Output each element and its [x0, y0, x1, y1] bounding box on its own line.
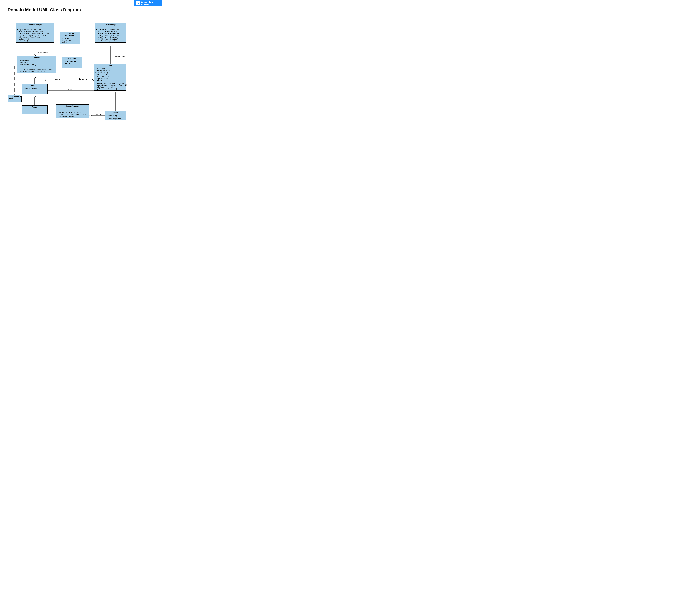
- class-attrs: + name : String + email : String - Passw…: [17, 59, 56, 66]
- class-ops: + getAricles() : Aricle[]: [105, 117, 126, 120]
- class-ops: [62, 65, 82, 68]
- label-author-1: author: [55, 78, 60, 80]
- diagram-canvas: Domain Model UML Class Diagram ⊃ Wonders…: [0, 0, 162, 148]
- class-ops: + loadCurrent (url : String ) : void + e…: [95, 28, 126, 43]
- class-name: Member: [17, 56, 56, 59]
- op: + login (member: Member) : void: [17, 28, 53, 30]
- attr: + text : String: [63, 62, 81, 64]
- op: + getSection() : Section[]: [57, 115, 88, 117]
- page-title: Domain Model UML Class Diagram: [8, 7, 81, 12]
- class-name: Admin: [22, 106, 48, 109]
- attr: + name : String: [106, 115, 125, 117]
- op: + register (member: Member) : void: [17, 30, 53, 33]
- class-attrs: [22, 109, 48, 111]
- attr: + waiting : int: [61, 41, 78, 43]
- class-attrs: + published : int + rejected : int + wai…: [60, 37, 79, 44]
- class-name: MemberManager: [16, 23, 54, 26]
- op: + getComments : Comment []: [96, 88, 125, 90]
- attr: + content : String: [96, 72, 125, 73]
- label-author-2: author: [67, 89, 72, 90]
- op: + makeAdmin (member : Member) : void: [17, 34, 53, 36]
- op: + getMember() : void: [17, 40, 53, 42]
- class-article: Article + title : String + description :…: [94, 64, 126, 90]
- attr: - PasswordHash : String: [18, 64, 55, 66]
- class-name: Article: [94, 64, 126, 67]
- class-attrs: [95, 26, 126, 28]
- class-ops: + login (member: Member) : void + regist…: [16, 28, 54, 43]
- class-ops: + addComment ( comment : Comment) + remo…: [94, 82, 126, 90]
- attr: - ratingCount : int: [96, 77, 125, 79]
- class-redactor: Redactor + signature : String: [22, 84, 48, 94]
- attr: + title : String: [96, 68, 125, 70]
- class-ops: + ChangePassword (old : String, New : St…: [17, 66, 56, 73]
- class-attrs: + signature : String: [22, 87, 48, 90]
- note-text: A registered user: [9, 96, 19, 100]
- op: + approve (article : Article) : void: [96, 34, 125, 36]
- class-attrs: + title : String + description : String …: [94, 67, 126, 82]
- class-section-manager: SectionManager + addSection ( name : Str…: [56, 105, 89, 118]
- op: + getAricles() : Aricle[]: [106, 118, 125, 120]
- class-name: SectionManager: [56, 105, 89, 108]
- op: + removeSection ( name : String ) : void: [57, 113, 88, 115]
- op: + loadCurrent (url : String ) : void: [96, 28, 125, 30]
- class-section: Section + name : String + getAricles() :…: [105, 111, 126, 120]
- conn-note-member: [15, 65, 17, 95]
- op: + sendNewsletter () : void: [96, 40, 125, 42]
- class-ops: [22, 90, 48, 94]
- attr: + email : String: [18, 62, 55, 64]
- class-stereo-name: <<enum>> ArticleState: [60, 32, 79, 37]
- label-current-member: CurrentMember: [37, 52, 48, 54]
- class-ops: + addSection ( name : String ) : void + …: [56, 109, 89, 118]
- brand-text: Wondershare EdrawMax: [141, 1, 153, 5]
- attr: + description : String: [96, 70, 125, 72]
- note-fold-icon: [19, 95, 22, 97]
- op: + remove ( article : Article ) : void: [96, 33, 125, 34]
- attr: + state : ArticleState: [96, 75, 125, 77]
- brand-badge: ⊃ Wondershare EdrawMax: [134, 0, 162, 6]
- class-article-state: <<enum>> ArticleState + published : int …: [60, 32, 80, 44]
- op: + ChangePassword (old : String, New : St…: [18, 68, 55, 70]
- class-attrs: + date : DateTime + text : String: [62, 60, 82, 65]
- op: + rate ( start : inf ) : void: [96, 86, 125, 88]
- op: + verityPassword ( password : String ): [18, 70, 55, 72]
- class-article-manager: ArticleManager + loadCurrent (url : Stri…: [95, 23, 126, 43]
- class-admin: Admin: [22, 106, 48, 114]
- label-sections: Sections: [95, 114, 102, 115]
- class-name: Section: [105, 111, 126, 114]
- op: + addComment ( comment : Comment): [96, 82, 125, 84]
- class-member-manager: MemberManager + login (member: Member) :…: [16, 23, 54, 43]
- attr: + signature : String: [23, 88, 46, 89]
- note-registered-user: A registered user: [8, 95, 22, 102]
- label-comments: Comments: [79, 78, 87, 80]
- op: + addSection ( name : String ) : void: [57, 112, 88, 113]
- op: + removeComment ( comment : Comment ): [96, 84, 125, 86]
- attr: + date : DateTime: [63, 61, 81, 62]
- label-multiplicity-1: 1: [90, 78, 91, 80]
- class-name: Redactor: [22, 84, 48, 87]
- label-current-article: CurrentArticle: [115, 55, 124, 57]
- class-attrs: + name : String: [105, 114, 126, 117]
- attr: + rejected : int: [61, 39, 78, 41]
- op: + getWaitingArtcles() : Article[]: [96, 38, 125, 40]
- attr: + published : int: [61, 38, 78, 39]
- class-name: ArticleState: [61, 34, 78, 36]
- class-name: ArticleManager: [95, 23, 126, 26]
- class-attrs: [56, 108, 89, 109]
- op: + makeRedactor (member : Member ) : void: [17, 33, 53, 34]
- op: + logOut() : void: [17, 38, 53, 40]
- class-ops: [22, 111, 48, 114]
- class-member: Member + name : String + email : String …: [17, 56, 56, 73]
- attr: + rating : double: [96, 73, 125, 75]
- stereotype: <<enum>>: [61, 33, 78, 34]
- attr: + url : string: [96, 79, 125, 81]
- op: + edit (member : Member) : void: [17, 36, 53, 38]
- class-comment: Comment + date : DateTime + text : Strin…: [62, 57, 82, 68]
- brand-icon: ⊃: [136, 1, 140, 5]
- class-attrs: [16, 26, 54, 28]
- class-name: Comment: [62, 57, 82, 60]
- brand-line1: Wondershare: [141, 1, 153, 3]
- op: + edit ( article : Article ) : void: [96, 30, 125, 33]
- op: + reject ( article : Article) : void: [96, 36, 125, 38]
- attr: + name : String: [18, 60, 55, 62]
- connectors-layer: [0, 0, 162, 148]
